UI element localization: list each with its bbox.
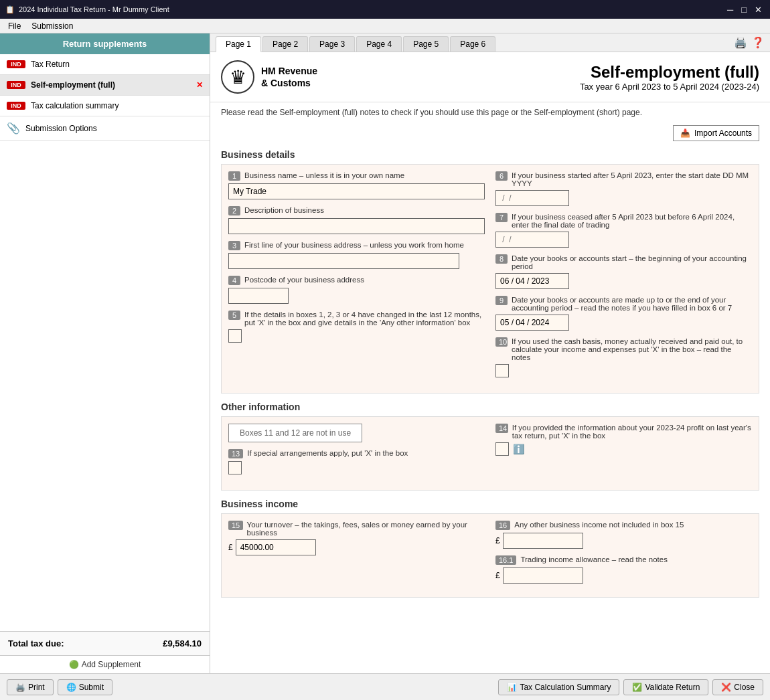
other-info-right: 14 If you provided the information about… <box>495 424 752 483</box>
field-14-info-icon[interactable]: ℹ️ <box>513 444 524 454</box>
tax-calc-label: Tax Calculation Summary <box>520 683 611 692</box>
submission-menu[interactable]: Submission <box>26 20 78 32</box>
tab-page3[interactable]: Page 3 <box>309 36 355 52</box>
field-15-label-text: Your turnover – the takings, fees, sales… <box>247 521 485 537</box>
sidebar-label-submission-options: Submission Options <box>25 124 203 133</box>
turnover-input[interactable] <box>236 539 316 555</box>
other-information-title: Other information <box>221 402 759 412</box>
field-1-group: 1 Business name – unless it is in your o… <box>228 171 485 199</box>
tab-page2[interactable]: Page 2 <box>262 36 308 52</box>
validate-return-button[interactable]: ✅ Validate Return <box>623 679 708 695</box>
field-7-label: 7 If your business ceased after 5 April … <box>495 213 752 229</box>
field-7-group: 7 If your business ceased after 5 April … <box>495 213 752 248</box>
form-notes-text: Please read the Self-employment (full) n… <box>221 108 642 117</box>
accounts-start-date-input[interactable] <box>495 273 569 289</box>
business-details-right: 6 If your business started after 5 April… <box>495 171 752 386</box>
start-date-input[interactable] <box>495 190 569 206</box>
import-accounts-button[interactable]: 📥 Import Accounts <box>673 125 759 141</box>
minimize-button[interactable]: ─ <box>724 5 736 15</box>
import-accounts-label: Import Accounts <box>694 128 752 138</box>
other-income-input[interactable] <box>503 533 583 549</box>
business-income-section: Business income 15 Your turnover – the t… <box>221 499 759 598</box>
field-14-num: 14 <box>495 424 508 433</box>
business-details-row: 1 Business name – unless it is in your o… <box>228 171 752 386</box>
field-15-label: 15 Your turnover – the takings, fees, sa… <box>228 521 485 537</box>
business-income-grid: 15 Your turnover – the takings, fees, sa… <box>221 513 759 598</box>
import-accounts-bar: 📥 Import Accounts <box>210 122 770 144</box>
field-10-checkbox[interactable] <box>495 364 509 377</box>
field-13-num: 13 <box>228 449 243 458</box>
tax-calculation-summary-button[interactable]: 📊 Tax Calculation Summary <box>498 679 619 695</box>
field-14-label-text: If you provided the information about yo… <box>512 424 752 440</box>
field-6-num: 6 <box>495 171 508 181</box>
add-supplement-button[interactable]: 🟢 Add Supplement <box>69 660 141 669</box>
total-tax-label: Total tax due: <box>8 638 64 648</box>
close-button[interactable]: ❌ Close <box>712 679 763 695</box>
tab-page6[interactable]: Page 6 <box>450 36 495 52</box>
app-icon: 📋 <box>5 5 15 14</box>
description-input[interactable] <box>228 218 485 234</box>
close-window-button[interactable]: ✕ <box>752 5 765 15</box>
close-label: Close <box>734 683 755 692</box>
sidebar-header: Return supplements <box>0 33 210 54</box>
field-8-label-text: Date your books or accounts start – the … <box>512 254 752 270</box>
sidebar-item-tax-return[interactable]: IND Tax Return <box>0 54 210 75</box>
field-4-num: 4 <box>228 276 240 285</box>
business-name-input[interactable] <box>228 183 485 199</box>
menu-bar: File Submission <box>0 19 770 33</box>
field-3-label: 3 First line of your business address – … <box>228 241 485 250</box>
maximize-button[interactable]: □ <box>739 5 749 15</box>
print-icon-button[interactable]: 🖨️ <box>734 36 747 49</box>
field-10-group: 10 If you used the cash basis, money act… <box>495 337 752 379</box>
business-details-left: 1 Business name – unless it is in your o… <box>228 171 485 386</box>
ind-badge-self-employment: IND <box>7 81 25 89</box>
field-8-label: 8 Date your books or accounts start – th… <box>495 254 752 270</box>
boxes-not-use-label: Boxes 11 and 12 are not in use <box>228 424 362 442</box>
submit-icon: 🌐 <box>66 683 76 692</box>
tab-page4[interactable]: Page 4 <box>356 36 402 52</box>
field-10-num: 10 <box>495 337 508 347</box>
tab-page5[interactable]: Page 5 <box>403 36 449 52</box>
field-9-group: 9 Date your books or accounts are made u… <box>495 296 752 331</box>
field-15-num: 15 <box>228 521 243 530</box>
field-3-group: 3 First line of your business address – … <box>228 241 485 269</box>
trading-allowance-input[interactable] <box>503 567 583 584</box>
address-input[interactable] <box>228 253 459 269</box>
accounts-end-date-input[interactable] <box>495 315 569 331</box>
field-5-checkbox[interactable] <box>228 329 242 343</box>
sidebar-item-tax-calculation[interactable]: IND Tax calculation summary <box>0 96 210 116</box>
field-16-num: 16 <box>495 521 510 530</box>
currency-symbol-16-1: £ <box>495 571 500 580</box>
field-7-num: 7 <box>495 213 508 222</box>
field-14-checkbox[interactable] <box>495 442 509 456</box>
field-2-group: 2 Description of business <box>228 206 485 234</box>
print-button[interactable]: 🖨️ Print <box>7 679 54 695</box>
business-income-left: 15 Your turnover – the takings, fees, sa… <box>228 521 485 590</box>
add-supplement-bar: 🟢 Add Supplement <box>0 655 210 673</box>
field-13-checkbox[interactable] <box>228 461 242 474</box>
close-self-employment-button[interactable]: ✕ <box>196 80 203 90</box>
sidebar-item-submission-options[interactable]: 📎 Submission Options <box>0 116 210 141</box>
other-info-left: Boxes 11 and 12 are not in use 13 If spe… <box>228 424 485 483</box>
form-notes: Please read the Self-employment (full) n… <box>210 102 770 122</box>
submit-button[interactable]: 🌐 Submit <box>58 679 112 695</box>
field-14-label: 14 If you provided the information about… <box>495 424 752 440</box>
help-icon-button[interactable]: ❓ <box>751 36 765 49</box>
hmrc-logo: ♛ HM Revenue& Customs <box>221 60 317 94</box>
file-menu[interactable]: File <box>3 20 26 32</box>
currency-symbol-15: £ <box>228 543 233 552</box>
postcode-input[interactable] <box>228 288 289 304</box>
sidebar-item-self-employment[interactable]: IND Self-employment (full) ✕ <box>0 75 210 96</box>
field-16-label-text: Any other business income not included i… <box>514 521 684 530</box>
end-date-input[interactable] <box>495 232 569 248</box>
field-6-label: 6 If your business started after 5 April… <box>495 171 752 187</box>
field-16-1-label-text: Trading income allowance – read the note… <box>520 555 667 565</box>
sidebar-label-tax-calculation: Tax calculation summary <box>31 101 203 110</box>
tab-page1[interactable]: Page 1 <box>216 36 261 52</box>
ind-badge-tax-return: IND <box>7 60 25 68</box>
business-details-grid: 1 Business name – unless it is in your o… <box>221 164 759 393</box>
field-5-group: 5 If the details in boxes 1, 2, 3 or 4 h… <box>228 311 485 345</box>
business-income-row: 15 Your turnover – the takings, fees, sa… <box>228 521 752 590</box>
field-2-label-text: Description of business <box>244 206 324 215</box>
field-5-label: 5 If the details in boxes 1, 2, 3 or 4 h… <box>228 311 485 327</box>
